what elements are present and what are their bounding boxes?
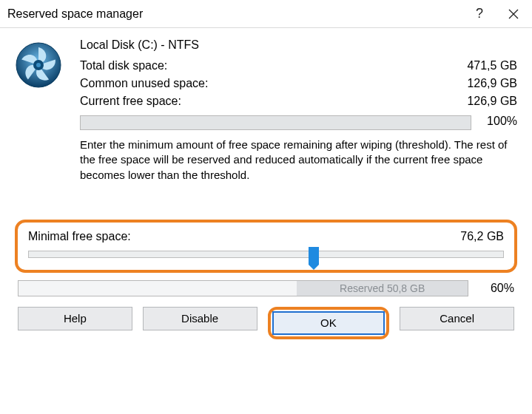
common-unused-value: 126,9 GB [467, 77, 517, 90]
slider-thumb[interactable] [309, 247, 319, 265]
ok-highlight: OK [268, 307, 390, 339]
minimal-free-space-block: Minimal free space: 76,2 GB [15, 220, 517, 273]
threshold-help-text: Enter the minimum amount of free space r… [80, 138, 517, 183]
disable-button[interactable]: Disable [143, 307, 257, 330]
total-space-label: Total disk space: [80, 59, 167, 72]
minimal-free-space-value: 76,2 GB [460, 230, 504, 243]
help-button[interactable]: Help [18, 307, 132, 330]
close-icon[interactable] [496, 0, 531, 27]
cancel-button[interactable]: Cancel [400, 307, 514, 330]
dialog-body: Local Disk (C:) - NTFS Total disk space:… [0, 28, 532, 351]
window-title: Reserved space manager [7, 7, 462, 21]
reserved-progress: Reserved 50,8 GB [18, 280, 468, 296]
minimal-free-space-slider[interactable] [28, 251, 504, 258]
disk-title: Local Disk (C:) - NTFS [80, 38, 517, 52]
reserved-label: Reserved 50,8 GB [340, 282, 425, 294]
reserved-pct: 60% [474, 282, 514, 295]
titlebar: Reserved space manager ? [0, 0, 532, 28]
common-unused-label: Common unused space: [80, 77, 208, 90]
free-space-progress [80, 115, 471, 130]
minimal-free-space-label: Minimal free space: [28, 230, 131, 243]
current-free-value: 126,9 GB [467, 95, 517, 108]
svg-point-2 [36, 63, 41, 67]
ok-button[interactable]: OK [272, 311, 385, 335]
app-icon [15, 38, 68, 91]
total-space-value: 471,5 GB [467, 59, 517, 72]
help-icon[interactable]: ? [462, 0, 496, 27]
free-space-pct: 100% [477, 115, 517, 128]
current-free-label: Current free space: [80, 95, 181, 108]
button-row: Help Disable OK Cancel [18, 307, 514, 339]
